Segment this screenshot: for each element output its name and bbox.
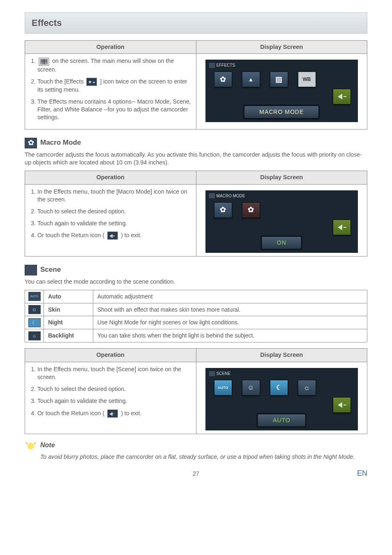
- text: Touch the [Effects: [37, 78, 85, 85]
- scene-auto-tile[interactable]: AUTO: [214, 380, 232, 395]
- mode-desc-backlight: You can take shots when the bright light…: [93, 329, 367, 342]
- scene-display-header: Display Screen: [196, 349, 367, 362]
- effects-icon: [86, 78, 97, 86]
- scene-table: Operation Display Screen In the Effects …: [25, 348, 367, 434]
- scene-operation-header: Operation: [25, 349, 196, 362]
- macro-mode-heading-text: Macro Mode: [40, 138, 81, 148]
- scene-heading-text: Scene: [40, 265, 61, 275]
- skin-mode-icon: ☺: [28, 305, 41, 314]
- text: on the screen. The main menu will show o…: [37, 58, 174, 72]
- grid-menu-icon: [39, 58, 49, 66]
- night-mode-icon: ☾: [28, 318, 41, 327]
- scene-steps: In the Effects menu, touch the [Scene] i…: [29, 365, 192, 418]
- scene-skin-tile[interactable]: ☺: [242, 380, 260, 395]
- language-label: EN: [357, 468, 367, 478]
- return-tile[interactable]: [333, 397, 351, 413]
- scene-display-screen: SCENE AUTO ☺ AUTO: [205, 368, 358, 430]
- macro-steps: In the Effects menu, touch the [Macro Mo…: [29, 188, 192, 240]
- macro-display-screen: MACRO MODE ON: [205, 190, 358, 253]
- effects-selection-pill: MACRO MODE: [244, 106, 319, 118]
- return-icon: [107, 409, 118, 418]
- macro-mode-intro: The camcorder adjusts the focus automati…: [25, 151, 367, 166]
- page-number: 27: [25, 470, 367, 478]
- text: ) to exit.: [121, 410, 141, 416]
- effects-crumb-label: EFFECTS: [217, 62, 235, 68]
- text: Or touch the Return icon (: [37, 232, 106, 238]
- return-tile[interactable]: [333, 89, 351, 104]
- effects-step-1: on the screen. The main menu will show o…: [37, 57, 192, 73]
- note-icon: [25, 441, 37, 451]
- scene-night-tile[interactable]: [270, 380, 288, 395]
- effects-steps: on the screen. The main menu will show o…: [29, 57, 192, 121]
- scene-step-4: Or touch the Return icon ( ) to exit.: [37, 409, 192, 418]
- section-title-effects: Effects: [25, 12, 367, 34]
- mode-desc-auto: Automatic adjustment: [93, 290, 367, 303]
- note-title: Note: [40, 441, 55, 451]
- text: ) to exit.: [121, 232, 141, 238]
- macro-step-1: In the Effects menu, touch the [Macro Mo…: [37, 188, 192, 204]
- macro-step-4: Or touch the Return icon ( ) to exit.: [37, 231, 192, 240]
- mode-name-skin: Skin: [48, 306, 60, 313]
- macro-on-tile[interactable]: [242, 202, 260, 218]
- scene-step-2: Touch to select the desired option.: [37, 385, 192, 393]
- scene-tile[interactable]: [242, 72, 260, 87]
- mode-desc-skin: Shoot with an effect that makes skin ton…: [93, 303, 367, 316]
- macro-display-header: Display Screen: [196, 171, 367, 184]
- scene-step-3: Touch again to validate the setting.: [37, 397, 192, 405]
- effects-table: Operation Display Screen on the screen. …: [25, 40, 367, 130]
- filter-tile[interactable]: [270, 72, 288, 87]
- effects-display-header: Display Screen: [196, 40, 367, 54]
- macro-table: Operation Display Screen In the Effects …: [25, 171, 367, 257]
- scene-modes-table: AUTO Auto Automatic adjustment ☺ Skin Sh…: [25, 290, 367, 343]
- page-footer: 27 EN: [25, 470, 367, 480]
- note-body: To avoid blurry photos, place the camcor…: [25, 453, 367, 461]
- scene-intro: You can select the mode according to the…: [25, 278, 367, 286]
- scene-crumb-label: SCENE: [217, 371, 231, 377]
- white-balance-tile[interactable]: WB: [298, 72, 316, 87]
- scene-breadcrumb: SCENE: [209, 371, 231, 377]
- auto-mode-icon: AUTO: [28, 292, 41, 301]
- scene-step-1: In the Effects menu, touch the [Scene] i…: [37, 365, 192, 381]
- mode-name-backlight: Backlight: [48, 332, 74, 339]
- effects-operation-header: Operation: [25, 40, 196, 54]
- macro-crumb-icon: [209, 193, 215, 198]
- macro-operation-header: Operation: [25, 171, 196, 184]
- mode-desc-night: Use Night Mode for night scenes or low l…: [93, 316, 367, 329]
- return-tile[interactable]: [333, 220, 351, 235]
- note-block: Note: [25, 441, 367, 451]
- scene-backlight-tile[interactable]: [298, 380, 316, 395]
- macro-mode-tile[interactable]: [214, 72, 232, 87]
- effects-display-screen: EFFECTS WB MACRO MODE: [205, 60, 358, 122]
- macro-mode-heading: Macro Mode: [25, 138, 367, 148]
- effects-breadcrumb: EFFECTS: [209, 62, 235, 68]
- effects-step-3: The Effects menu contains 4 options-- Ma…: [37, 98, 192, 122]
- scene-selection-pill: AUTO: [258, 414, 306, 427]
- backlight-mode-icon: ☼: [28, 331, 41, 340]
- text: Or touch the Return icon (: [37, 410, 106, 416]
- scene-heading: Scene: [25, 265, 367, 275]
- macro-breadcrumb: MACRO MODE: [209, 193, 245, 199]
- macro-selection-pill: ON: [262, 236, 302, 249]
- macro-off-tile[interactable]: [214, 202, 232, 218]
- effects-step-2: Touch the [Effects ] icon twice on the s…: [37, 78, 192, 94]
- mode-name-night: Night: [48, 319, 63, 326]
- macro-step-3: Touch again to validate the setting.: [37, 220, 192, 227]
- scene-heading-icon: [25, 265, 37, 275]
- macro-crumb-label: MACRO MODE: [217, 193, 245, 199]
- macro-mode-heading-icon: [25, 138, 37, 148]
- mode-name-auto: Auto: [48, 293, 61, 300]
- scene-crumb-icon: [209, 371, 215, 376]
- effects-crumb-icon: [209, 63, 215, 68]
- return-icon: [107, 231, 118, 240]
- macro-step-2: Touch to select the desired option.: [37, 208, 192, 215]
